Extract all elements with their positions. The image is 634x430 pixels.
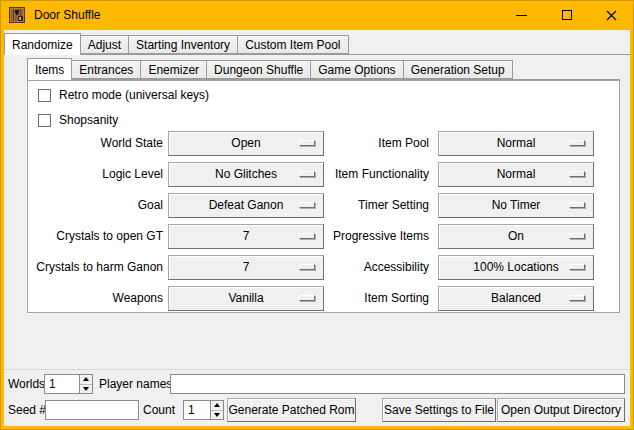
player-names-input[interactable]: [170, 374, 625, 394]
count-spin-arrows: [210, 401, 223, 419]
count-value: 1: [188, 401, 195, 419]
crystals-ganon-label: Crystals to harm Ganon: [28, 255, 163, 280]
worlds-value: 1: [49, 375, 56, 393]
count-spinbox[interactable]: 1: [183, 400, 224, 420]
arrow-up-icon: [83, 377, 89, 381]
crystals-gt-label: Crystals to open GT: [28, 224, 163, 249]
item-pool-value: Normal: [497, 136, 536, 150]
timer-setting-value: No Timer: [492, 198, 541, 212]
dropdown-indicator-icon: [569, 295, 585, 301]
seed-input[interactable]: [45, 400, 139, 420]
arrow-down-icon: [214, 413, 220, 417]
item-functionality-dropdown[interactable]: Normal: [438, 162, 594, 187]
dropdown-indicator-icon: [569, 233, 585, 239]
crystals-ganon-value: 7: [243, 260, 250, 274]
main-tab-bar: Randomize Adjust Starting Inventory Cust…: [4, 32, 630, 55]
arrow-down-icon: [83, 387, 89, 391]
tab-items[interactable]: Items: [27, 58, 72, 80]
accessibility-label: Accessibility: [268, 255, 429, 280]
tab-custom-item-pool[interactable]: Custom Item Pool: [237, 35, 348, 54]
minimize-icon: [516, 15, 527, 16]
progressive-items-dropdown[interactable]: On: [438, 224, 594, 249]
titlebar: Door Shuffle: [0, 0, 634, 30]
close-icon: [606, 10, 617, 21]
worlds-spin-arrows: [79, 375, 92, 393]
logic-level-label: Logic Level: [28, 162, 163, 187]
spin-up-button[interactable]: [80, 375, 92, 385]
item-sorting-dropdown[interactable]: Balanced: [438, 286, 594, 311]
client-area: Randomize Adjust Starting Inventory Cust…: [4, 30, 630, 426]
spin-down-button[interactable]: [211, 411, 223, 420]
progressive-items-label: Progressive Items: [268, 224, 429, 249]
worlds-spinbox[interactable]: 1: [44, 374, 93, 394]
item-sorting-value: Balanced: [491, 291, 541, 305]
item-sorting-label: Item Sorting: [268, 286, 429, 311]
item-functionality-value: Normal: [497, 167, 536, 181]
item-functionality-label: Item Functionality: [268, 162, 429, 187]
progressive-items-value: On: [508, 229, 524, 243]
generate-patched-rom-button[interactable]: Generate Patched Rom: [227, 398, 356, 422]
spin-down-button[interactable]: [80, 385, 92, 394]
timer-setting-label: Timer Setting: [268, 193, 429, 218]
window: Door Shuffle Randomize Adjust Starting I…: [0, 0, 634, 430]
accessibility-dropdown[interactable]: 100% Locations: [438, 255, 594, 280]
timer-setting-dropdown[interactable]: No Timer: [438, 193, 594, 218]
goal-label: Goal: [28, 193, 163, 218]
minimize-button[interactable]: [499, 0, 544, 30]
item-pool-label: Item Pool: [268, 131, 429, 156]
pane-divider: [4, 369, 630, 370]
crystals-gt-value: 7: [243, 229, 250, 243]
maximize-icon: [562, 10, 572, 20]
retro-mode-label: Retro mode (universal keys): [59, 88, 209, 102]
arrow-up-icon: [214, 403, 220, 407]
open-output-directory-button[interactable]: Open Output Directory: [497, 398, 625, 422]
worlds-label: Worlds: [8, 374, 45, 394]
item-pool-dropdown[interactable]: Normal: [438, 131, 594, 156]
shopsanity-checkbox[interactable]: [38, 114, 51, 127]
save-settings-button[interactable]: Save Settings to File: [382, 398, 496, 422]
maximize-button[interactable]: [544, 0, 589, 30]
tab-dungeon-shuffle[interactable]: Dungeon Shuffle: [206, 60, 311, 79]
tab-entrances[interactable]: Entrances: [71, 60, 141, 79]
weapons-label: Weapons: [28, 286, 163, 311]
tab-enemizer[interactable]: Enemizer: [140, 60, 207, 79]
tab-randomize[interactable]: Randomize: [4, 33, 81, 55]
tab-starting-inventory[interactable]: Starting Inventory: [128, 35, 238, 54]
retro-mode-option[interactable]: Retro mode (universal keys): [38, 88, 209, 102]
world-state-label: World State: [28, 131, 163, 156]
shopsanity-option[interactable]: Shopsanity: [38, 113, 118, 127]
dropdown-indicator-icon: [569, 140, 585, 146]
items-pane: Retro mode (universal keys) Shopsanity W…: [27, 80, 620, 313]
dropdown-indicator-icon: [569, 264, 585, 270]
tab-adjust[interactable]: Adjust: [80, 35, 129, 54]
accessibility-value: 100% Locations: [473, 260, 558, 274]
app-icon: [9, 7, 25, 23]
weapons-value: Vanilla: [228, 291, 263, 305]
sub-tab-bar: Items Entrances Enemizer Dungeon Shuffle…: [27, 57, 620, 80]
close-button[interactable]: [589, 0, 634, 30]
tab-game-options[interactable]: Game Options: [310, 60, 403, 79]
shopsanity-label: Shopsanity: [59, 113, 118, 127]
world-state-value: Open: [231, 136, 260, 150]
tab-generation-setup[interactable]: Generation Setup: [403, 60, 513, 79]
count-label: Count: [143, 400, 175, 420]
window-controls: [499, 0, 634, 30]
retro-mode-checkbox[interactable]: [38, 89, 51, 102]
dropdown-indicator-icon: [569, 171, 585, 177]
seed-label: Seed #: [8, 400, 46, 420]
dropdown-indicator-icon: [569, 202, 585, 208]
player-names-label: Player names: [99, 374, 172, 394]
spin-up-button[interactable]: [211, 401, 223, 411]
window-title: Door Shuffle: [34, 8, 101, 22]
